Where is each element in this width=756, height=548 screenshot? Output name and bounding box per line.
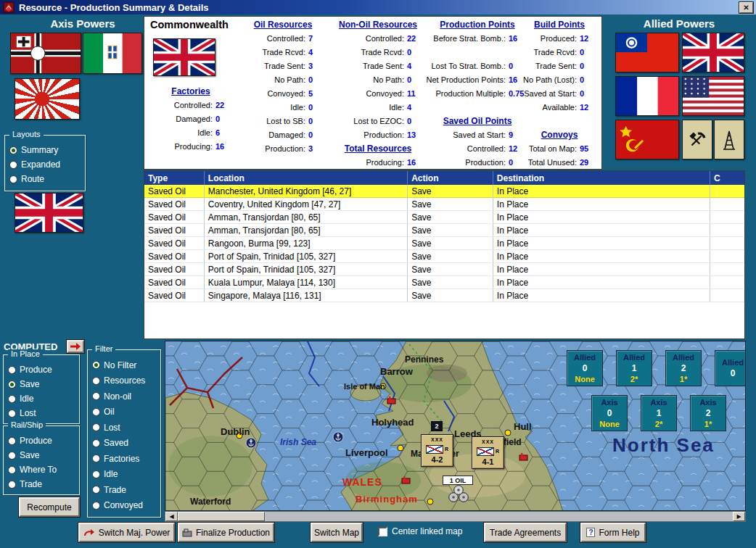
- radio-label: Lost: [104, 423, 120, 433]
- major-power-name: Commonwealth: [150, 19, 229, 30]
- stat-value: 0: [580, 87, 600, 101]
- map-label-dublin: Dublin: [221, 426, 250, 437]
- table-row[interactable]: Saved Oil Kuala Lumpur, Malaya [114, 130…: [144, 276, 744, 289]
- app-icon: [3, 1, 15, 13]
- section-header: Oil Resources: [237, 18, 329, 32]
- layout-radio-option[interactable]: Route: [9, 172, 83, 186]
- stat-entry: Lost To Strat. Bomb.:0: [426, 59, 529, 73]
- in-place-radio-option[interactable]: Lost: [8, 406, 78, 420]
- window-title: Resource - Production Summary & Details: [19, 2, 209, 13]
- filter-radio-option[interactable]: Saved: [92, 436, 159, 452]
- table-row[interactable]: Saved Oil Amman, Transjordan [80, 65] Sa…: [144, 224, 744, 237]
- unit-counter-1[interactable]: XXX R 4-2: [421, 434, 453, 467]
- convoy-pool-box[interactable]: Allied 0 None: [567, 350, 603, 386]
- flag-germany[interactable]: [10, 33, 81, 74]
- flag-japan[interactable]: [15, 78, 80, 120]
- table-row[interactable]: Saved Oil Rangoon, Burma [99, 123] Save …: [144, 237, 744, 250]
- in-place-radio-option[interactable]: Save: [8, 377, 78, 391]
- scroll-left-arrow[interactable]: ◀: [165, 512, 178, 521]
- filter-radio-option[interactable]: Convoyed: [92, 498, 159, 514]
- unit-counter-2[interactable]: XXX R 4-1: [472, 436, 504, 469]
- stat-value: 16: [215, 140, 236, 154]
- in-place-radio-option[interactable]: Produce: [8, 362, 78, 377]
- filter-radio-option[interactable]: Idle: [92, 467, 159, 483]
- stat-entry: Controlled:22: [329, 32, 427, 46]
- rail-ship-radio-option[interactable]: Where To: [8, 462, 78, 477]
- stat-label: Production:: [426, 156, 506, 170]
- rail-ship-radio-option[interactable]: Produce: [8, 433, 78, 448]
- map[interactable]: Pennines Barrow Isle of Man Holyhead Lee…: [165, 341, 746, 511]
- stat-entry: Production Multiple:0.75: [426, 87, 529, 101]
- radio-label: Expanded: [21, 159, 60, 170]
- layouts-group: Layouts Summary Expanded Route: [4, 135, 86, 191]
- radio-icon: [92, 361, 100, 369]
- cell-action: Save: [408, 224, 493, 237]
- flag-uk[interactable]: [682, 33, 744, 72]
- table-header-row: Type Location Action Destination C: [144, 171, 744, 185]
- stat-label: Lost To Strat. Bomb.:: [426, 59, 506, 73]
- layout-radio-option[interactable]: Summary: [9, 143, 83, 157]
- oil-derrick-icon[interactable]: [714, 120, 744, 159]
- close-button[interactable]: ✕: [739, 2, 753, 13]
- convoy-pool-box[interactable]: Axis 1 2*: [641, 395, 677, 431]
- filter-radio-option[interactable]: Factories: [92, 451, 159, 467]
- filter-radio-option[interactable]: No Filter: [92, 357, 159, 373]
- layout-radio-option[interactable]: Expanded: [9, 157, 83, 172]
- map-horizontal-scrollbar[interactable]: ◀ ▶: [165, 511, 746, 522]
- finalize-production-icon: [182, 528, 192, 537]
- finalize-production-button[interactable]: Finalize Production: [178, 523, 274, 542]
- stat-entry: Producing:16: [329, 156, 427, 170]
- flag-china[interactable]: [615, 33, 679, 72]
- convoy-pool-box[interactable]: Allied 1 2*: [616, 350, 652, 386]
- table-row[interactable]: Saved Oil Amman, Transjordan [80, 65] Sa…: [144, 211, 744, 224]
- switch-map-button[interactable]: Switch Map: [311, 523, 363, 542]
- layouts-group-title: Layouts: [9, 130, 44, 138]
- stat-value: 5: [308, 87, 329, 101]
- filter-radio-option[interactable]: Resources: [92, 373, 159, 389]
- convoy-pool-box[interactable]: Axis 2 1*: [690, 395, 726, 431]
- computed-arrow-button[interactable]: [67, 340, 84, 353]
- flag-ussr[interactable]: [615, 120, 679, 159]
- trade-agreements-button[interactable]: Trade Agreements: [484, 523, 567, 542]
- table-row[interactable]: Saved Oil Singapore, Malaya [116, 131] S…: [144, 289, 744, 302]
- table-row[interactable]: Saved Oil Port of Spain, Trinidad [105, …: [144, 250, 744, 263]
- resources-icon[interactable]: [682, 120, 712, 159]
- stat-label: Convoyed:: [237, 87, 305, 101]
- in-place-radio-option[interactable]: Idle: [8, 391, 78, 406]
- stat-label: Net Production Points:: [426, 73, 506, 87]
- flag-commonwealth-current[interactable]: [15, 193, 83, 233]
- cell-destination: In Place: [493, 276, 710, 289]
- table-row[interactable]: Saved Oil Port of Spain, Trinidad [105, …: [144, 263, 744, 276]
- flag-usa[interactable]: [682, 76, 744, 116]
- in-place-group: In Place Produce Save Idle: [3, 354, 80, 424]
- scrollbar-thumb[interactable]: [178, 512, 265, 521]
- rail-ship-radio-option[interactable]: Save: [8, 448, 78, 462]
- stat-entry: Total Resources: [329, 142, 427, 156]
- filter-radio-option[interactable]: Trade: [92, 482, 159, 498]
- cell-destination: In Place: [493, 289, 710, 302]
- stat-label: Before Strat. Bomb.:: [426, 32, 506, 46]
- flag-france[interactable]: [615, 76, 679, 116]
- table-row[interactable]: Saved Oil Manchester, United Kingdom [46…: [144, 185, 744, 198]
- convoy-pool-box[interactable]: Allied 2 1*: [665, 350, 702, 386]
- table-row[interactable]: Saved Oil Coventry, United Kingdom [47, …: [144, 198, 744, 211]
- convoy-pool-box[interactable]: Axis 0 None: [591, 395, 628, 431]
- switch-major-power-button[interactable]: Switch Maj. Power: [78, 523, 175, 542]
- stat-value: 0: [407, 115, 427, 128]
- stat-label: Trade Sent:: [519, 59, 577, 73]
- recompute-button[interactable]: Recompute: [19, 497, 80, 517]
- filter-radio-option[interactable]: Oil: [92, 404, 159, 420]
- form-help-button[interactable]: ? Form Help: [580, 523, 646, 542]
- convoy-pool-box[interactable]: Allied 0: [715, 350, 746, 386]
- scroll-right-arrow[interactable]: ▶: [733, 512, 745, 521]
- cell-location: Amman, Transjordan [80, 65]: [205, 224, 408, 237]
- flag-italy[interactable]: [83, 33, 142, 74]
- center-linked-map-label[interactable]: Center linked map: [392, 526, 462, 536]
- center-linked-map-checkbox[interactable]: [378, 527, 387, 536]
- filter-radio-option[interactable]: Lost: [92, 420, 159, 436]
- filter-radio-option[interactable]: Non-oil: [92, 389, 159, 404]
- rail-ship-radio-option[interactable]: Trade: [8, 477, 78, 491]
- stat-value: 16: [407, 156, 427, 170]
- aa-counter[interactable]: 2: [431, 421, 443, 431]
- stat-value: 12: [580, 101, 600, 115]
